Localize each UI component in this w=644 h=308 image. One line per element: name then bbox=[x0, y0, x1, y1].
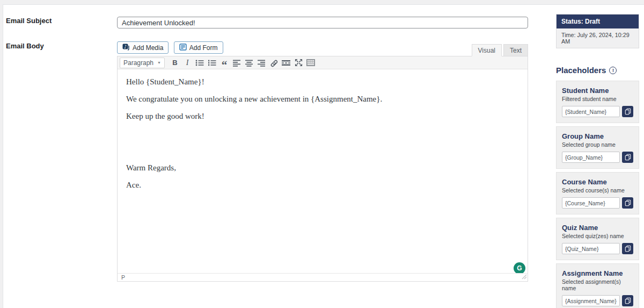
bold-button[interactable]: B bbox=[169, 58, 181, 68]
placeholder-title: Student Name bbox=[562, 87, 633, 95]
chevron-down-icon: ▼ bbox=[157, 61, 161, 65]
placeholder-description: Filtered student name bbox=[562, 96, 633, 102]
placeholder-description: Selected course(s) name bbox=[562, 187, 633, 194]
add-form-button[interactable]: Add Form bbox=[174, 41, 223, 54]
svg-text:♪: ♪ bbox=[124, 44, 127, 49]
media-icon: ♪ bbox=[122, 44, 130, 52]
placeholder-title: Assignment Name bbox=[562, 269, 633, 277]
form-icon bbox=[179, 44, 187, 52]
editor-content[interactable]: Hello {Student_Name}! We congratulate yo… bbox=[118, 69, 528, 273]
email-subject-label: Email Subject bbox=[6, 17, 52, 25]
align-right-button[interactable] bbox=[255, 58, 267, 68]
placeholder-value-input[interactable] bbox=[562, 295, 620, 306]
placeholder-card-assignment-name: Assignment Name Selected assignment(s) n… bbox=[556, 263, 639, 308]
status-box: Status: Draft Time: July 26, 2024, 10:29… bbox=[556, 14, 639, 48]
editor-toolbar: Paragraph ▼ B I “ bbox=[118, 56, 528, 69]
paragraph: Keep up the good work! bbox=[126, 111, 519, 121]
placeholder-description: Selected quiz(zes) name bbox=[562, 233, 633, 239]
paragraph-format-select[interactable]: Paragraph ▼ bbox=[120, 58, 165, 68]
placeholder-card-course-name: Course Name Selected course(s) name bbox=[556, 172, 639, 214]
placeholder-description: Selected assignment(s) name bbox=[562, 278, 633, 291]
paragraph: Hello {Student_Name}! bbox=[126, 76, 519, 87]
email-body-label: Email Body bbox=[6, 42, 44, 50]
paragraph bbox=[126, 145, 519, 156]
bulleted-list-button[interactable] bbox=[194, 58, 206, 68]
info-icon[interactable]: ! bbox=[609, 67, 617, 74]
format-select-value: Paragraph bbox=[123, 59, 153, 67]
toolbar-toggle-button[interactable] bbox=[305, 58, 317, 68]
editor-mode-tabs: Visual Text bbox=[470, 44, 528, 56]
paragraph: Warm Regards, bbox=[126, 162, 519, 173]
copy-button[interactable] bbox=[622, 152, 633, 163]
copy-button[interactable] bbox=[622, 197, 633, 209]
editor-header: ♪ Add Media Add Form Visual Text bbox=[117, 41, 528, 56]
placeholder-card-student-name: Student Name Filtered student name bbox=[556, 81, 639, 123]
email-subject-input[interactable] bbox=[117, 17, 528, 28]
copy-button[interactable] bbox=[622, 295, 633, 306]
email-template-page: Email Subject Email Body ♪ Add Media Add… bbox=[0, 0, 644, 308]
numbered-list-button[interactable] bbox=[206, 58, 218, 68]
placeholder-value-input[interactable] bbox=[562, 106, 620, 117]
read-more-button[interactable] bbox=[280, 58, 292, 68]
paragraph bbox=[126, 128, 519, 139]
status-badge: Status: Draft bbox=[557, 15, 639, 28]
placeholder-value-input[interactable] bbox=[562, 197, 620, 209]
placeholder-title: Quiz Name bbox=[562, 224, 633, 232]
copy-button[interactable] bbox=[622, 243, 633, 254]
editor-statusbar: P bbox=[118, 273, 528, 281]
placeholders-heading: Placeholders ! bbox=[556, 66, 639, 75]
align-center-button[interactable] bbox=[243, 58, 255, 68]
status-sidebar: Status: Draft Time: July 26, 2024, 10:29… bbox=[556, 14, 639, 48]
placeholders-title: Placeholders bbox=[556, 66, 606, 75]
placeholder-description: Selected group name bbox=[562, 141, 633, 148]
blockquote-button[interactable]: “ bbox=[218, 58, 230, 68]
italic-button[interactable]: I bbox=[181, 58, 193, 68]
placeholder-title: Course Name bbox=[562, 178, 633, 186]
tab-text[interactable]: Text bbox=[503, 44, 528, 56]
status-time: Time: July 26, 2024, 10:29 AM bbox=[557, 28, 639, 48]
tab-visual[interactable]: Visual bbox=[472, 44, 502, 56]
copy-button[interactable] bbox=[622, 106, 633, 117]
add-form-label: Add Form bbox=[189, 44, 218, 52]
insert-link-button[interactable] bbox=[268, 58, 280, 68]
placeholder-value-input[interactable] bbox=[562, 152, 620, 163]
grammarly-icon[interactable]: G bbox=[514, 262, 525, 274]
placeholder-value-input[interactable] bbox=[562, 243, 620, 254]
paragraph: We congratulate you on unlocking a new a… bbox=[126, 94, 519, 104]
placeholder-title: Group Name bbox=[562, 132, 633, 140]
fullscreen-button[interactable] bbox=[292, 58, 304, 68]
placeholder-card-quiz-name: Quiz Name Selected quiz(zes) name bbox=[556, 218, 639, 260]
add-media-button[interactable]: ♪ Add Media bbox=[117, 41, 169, 54]
element-path: P bbox=[121, 274, 125, 281]
paragraph: Ace. bbox=[126, 180, 519, 190]
resize-handle-icon[interactable] bbox=[521, 274, 527, 281]
placeholders-section: Placeholders ! Student Name Filtered stu… bbox=[556, 66, 639, 308]
align-left-button[interactable] bbox=[231, 58, 243, 68]
add-media-label: Add Media bbox=[133, 44, 163, 52]
placeholder-card-group-name: Group Name Selected group name bbox=[556, 126, 639, 169]
email-body-editor: Paragraph ▼ B I “ bbox=[117, 56, 528, 282]
content-card: Email Subject Email Body ♪ Add Media Add… bbox=[3, 4, 644, 308]
